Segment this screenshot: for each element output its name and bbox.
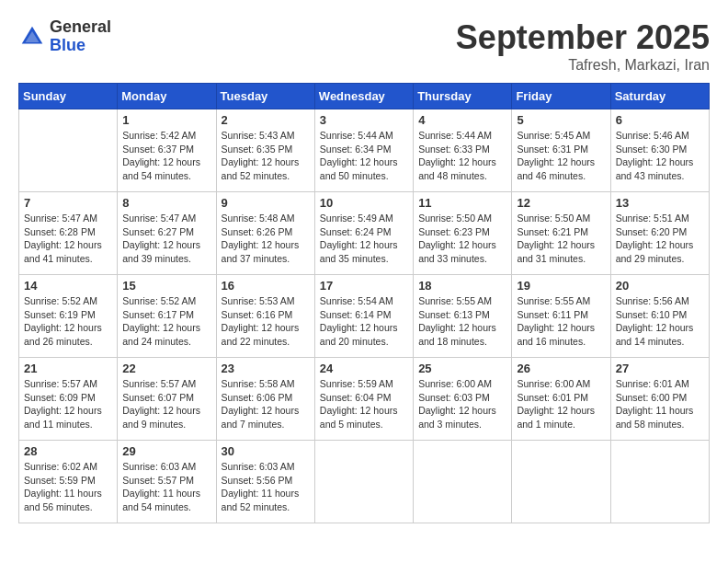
calendar-cell: 26Sunrise: 6:00 AMSunset: 6:01 PMDayligh…: [512, 358, 610, 441]
calendar-cell: 18Sunrise: 5:55 AMSunset: 6:13 PMDayligh…: [414, 275, 512, 358]
day-number: 8: [122, 196, 210, 210]
calendar-cell: 17Sunrise: 5:54 AMSunset: 6:14 PMDayligh…: [314, 275, 413, 358]
header-day-saturday: Saturday: [610, 84, 709, 109]
page-header: General Blue September 2025 Tafresh, Mar…: [18, 18, 710, 74]
day-number: 10: [320, 196, 408, 210]
location: Tafresh, Markazi, Iran: [456, 57, 710, 74]
day-info: Sunrise: 5:44 AMSunset: 6:34 PMDaylight:…: [320, 129, 408, 183]
header-day-thursday: Thursday: [414, 84, 512, 109]
header-row: SundayMondayTuesdayWednesdayThursdayFrid…: [19, 84, 710, 109]
day-info: Sunrise: 5:55 AMSunset: 6:11 PMDaylight:…: [517, 294, 605, 349]
day-info: Sunrise: 6:03 AMSunset: 5:57 PMDaylight:…: [122, 460, 210, 514]
day-number: 29: [122, 444, 210, 458]
day-info: Sunrise: 5:55 AMSunset: 6:13 PMDaylight:…: [418, 294, 506, 349]
day-number: 19: [517, 279, 605, 293]
day-info: Sunrise: 5:58 AMSunset: 6:06 PMDaylight:…: [222, 377, 310, 431]
day-info: Sunrise: 6:03 AMSunset: 5:56 PMDaylight:…: [222, 460, 310, 514]
calendar-cell: 6Sunrise: 5:46 AMSunset: 6:30 PMDaylight…: [610, 109, 709, 192]
header-day-monday: Monday: [118, 84, 216, 109]
day-info: Sunrise: 5:53 AMSunset: 6:16 PMDaylight:…: [222, 294, 310, 349]
day-info: Sunrise: 5:57 AMSunset: 6:09 PMDaylight:…: [24, 377, 112, 431]
day-info: Sunrise: 6:02 AMSunset: 5:59 PMDaylight:…: [24, 460, 112, 514]
day-info: Sunrise: 5:42 AMSunset: 6:37 PMDaylight:…: [122, 129, 210, 183]
day-info: Sunrise: 6:00 AMSunset: 6:03 PMDaylight:…: [418, 377, 506, 431]
day-number: 9: [222, 196, 310, 210]
week-row-1: 1Sunrise: 5:42 AMSunset: 6:37 PMDaylight…: [19, 109, 710, 192]
day-number: 4: [418, 113, 506, 127]
calendar-cell: 20Sunrise: 5:56 AMSunset: 6:10 PMDayligh…: [610, 275, 709, 358]
calendar-cell: 14Sunrise: 5:52 AMSunset: 6:19 PMDayligh…: [19, 275, 118, 358]
calendar-cell: [19, 109, 118, 192]
calendar-cell: 12Sunrise: 5:50 AMSunset: 6:21 PMDayligh…: [512, 192, 610, 275]
calendar-cell: 21Sunrise: 5:57 AMSunset: 6:09 PMDayligh…: [19, 358, 118, 441]
calendar-cell: 2Sunrise: 5:43 AMSunset: 6:35 PMDaylight…: [216, 109, 314, 192]
calendar-cell: 28Sunrise: 6:02 AMSunset: 5:59 PMDayligh…: [19, 441, 118, 523]
calendar-cell: 24Sunrise: 5:59 AMSunset: 6:04 PMDayligh…: [314, 358, 413, 441]
day-number: 11: [418, 196, 506, 210]
logo-general: General: [50, 18, 111, 37]
day-number: 3: [320, 113, 408, 127]
header-day-friday: Friday: [512, 84, 610, 109]
logo-icon: [18, 23, 46, 51]
logo-text: General Blue: [50, 18, 111, 55]
week-row-4: 21Sunrise: 5:57 AMSunset: 6:09 PMDayligh…: [19, 358, 710, 441]
day-number: 21: [24, 362, 112, 375]
day-number: 6: [616, 113, 704, 127]
week-row-2: 7Sunrise: 5:47 AMSunset: 6:28 PMDaylight…: [19, 192, 710, 275]
day-info: Sunrise: 5:49 AMSunset: 6:24 PMDaylight:…: [320, 212, 408, 266]
day-number: 24: [320, 362, 408, 375]
day-number: 15: [122, 279, 210, 293]
day-number: 14: [24, 279, 112, 293]
calendar-cell: 23Sunrise: 5:58 AMSunset: 6:06 PMDayligh…: [216, 358, 314, 441]
day-info: Sunrise: 5:54 AMSunset: 6:14 PMDaylight:…: [320, 294, 408, 349]
calendar-table: SundayMondayTuesdayWednesdayThursdayFrid…: [18, 83, 710, 523]
day-info: Sunrise: 5:44 AMSunset: 6:33 PMDaylight:…: [418, 129, 506, 183]
calendar-cell: 3Sunrise: 5:44 AMSunset: 6:34 PMDaylight…: [314, 109, 413, 192]
calendar-cell: [314, 441, 413, 523]
day-info: Sunrise: 5:46 AMSunset: 6:30 PMDaylight:…: [616, 129, 704, 183]
day-info: Sunrise: 5:51 AMSunset: 6:20 PMDaylight:…: [616, 212, 704, 266]
calendar-cell: [414, 441, 512, 523]
calendar-cell: 11Sunrise: 5:50 AMSunset: 6:23 PMDayligh…: [414, 192, 512, 275]
day-number: 7: [24, 196, 112, 210]
calendar-cell: 4Sunrise: 5:44 AMSunset: 6:33 PMDaylight…: [414, 109, 512, 192]
day-number: 28: [24, 444, 112, 458]
day-info: Sunrise: 5:50 AMSunset: 6:21 PMDaylight:…: [517, 212, 605, 266]
calendar-cell: 10Sunrise: 5:49 AMSunset: 6:24 PMDayligh…: [314, 192, 413, 275]
day-info: Sunrise: 5:47 AMSunset: 6:27 PMDaylight:…: [122, 212, 210, 266]
day-info: Sunrise: 5:50 AMSunset: 6:23 PMDaylight:…: [418, 212, 506, 266]
calendar-cell: 27Sunrise: 6:01 AMSunset: 6:00 PMDayligh…: [610, 358, 709, 441]
week-row-3: 14Sunrise: 5:52 AMSunset: 6:19 PMDayligh…: [19, 275, 710, 358]
day-number: 2: [222, 113, 310, 127]
day-info: Sunrise: 6:00 AMSunset: 6:01 PMDaylight:…: [517, 377, 605, 431]
title-block: September 2025 Tafresh, Markazi, Iran: [456, 18, 710, 74]
day-number: 22: [122, 362, 210, 375]
calendar-cell: 13Sunrise: 5:51 AMSunset: 6:20 PMDayligh…: [610, 192, 709, 275]
day-number: 26: [517, 362, 605, 375]
calendar-cell: 16Sunrise: 5:53 AMSunset: 6:16 PMDayligh…: [216, 275, 314, 358]
calendar-cell: 7Sunrise: 5:47 AMSunset: 6:28 PMDaylight…: [19, 192, 118, 275]
header-day-sunday: Sunday: [19, 84, 118, 109]
calendar-cell: [610, 441, 709, 523]
calendar-cell: 19Sunrise: 5:55 AMSunset: 6:11 PMDayligh…: [512, 275, 610, 358]
day-number: 13: [616, 196, 704, 210]
header-day-wednesday: Wednesday: [314, 84, 413, 109]
calendar-cell: 8Sunrise: 5:47 AMSunset: 6:27 PMDaylight…: [118, 192, 216, 275]
day-info: Sunrise: 5:48 AMSunset: 6:26 PMDaylight:…: [222, 212, 310, 266]
calendar-cell: 1Sunrise: 5:42 AMSunset: 6:37 PMDaylight…: [118, 109, 216, 192]
calendar-cell: 9Sunrise: 5:48 AMSunset: 6:26 PMDaylight…: [216, 192, 314, 275]
day-info: Sunrise: 5:52 AMSunset: 6:17 PMDaylight:…: [122, 294, 210, 349]
day-number: 16: [222, 279, 310, 293]
calendar-cell: 15Sunrise: 5:52 AMSunset: 6:17 PMDayligh…: [118, 275, 216, 358]
day-info: Sunrise: 5:47 AMSunset: 6:28 PMDaylight:…: [24, 212, 112, 266]
day-number: 23: [222, 362, 310, 375]
day-info: Sunrise: 5:43 AMSunset: 6:35 PMDaylight:…: [222, 129, 310, 183]
logo-blue: Blue: [50, 37, 111, 55]
day-number: 18: [418, 279, 506, 293]
day-number: 17: [320, 279, 408, 293]
calendar-cell: 22Sunrise: 5:57 AMSunset: 6:07 PMDayligh…: [118, 358, 216, 441]
calendar-cell: 29Sunrise: 6:03 AMSunset: 5:57 PMDayligh…: [118, 441, 216, 523]
day-number: 1: [122, 113, 210, 127]
month-title: September 2025: [456, 18, 710, 57]
day-number: 12: [517, 196, 605, 210]
